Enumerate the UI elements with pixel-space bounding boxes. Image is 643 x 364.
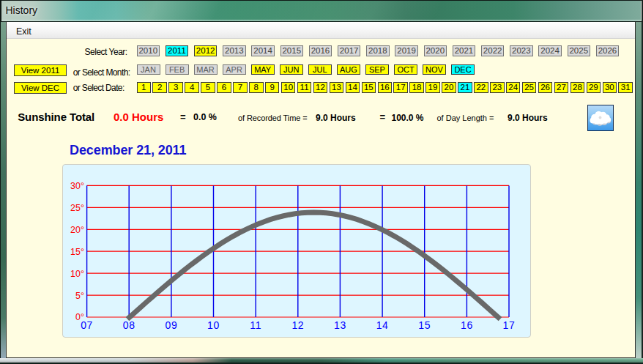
svg-text:16: 16 <box>461 319 473 331</box>
svg-text:17: 17 <box>503 319 516 331</box>
svg-text:15: 15 <box>418 319 431 331</box>
svg-text:15°: 15° <box>70 247 84 257</box>
svg-text:09: 09 <box>166 319 178 331</box>
svg-text:14: 14 <box>376 319 389 331</box>
svg-text:10°: 10° <box>70 269 84 279</box>
svg-text:07: 07 <box>81 319 93 331</box>
svg-text:20°: 20° <box>70 225 84 235</box>
svg-text:12: 12 <box>291 319 304 331</box>
svg-text:5°: 5° <box>75 291 84 301</box>
svg-text:13: 13 <box>334 319 346 331</box>
svg-text:25°: 25° <box>70 203 84 213</box>
svg-text:10: 10 <box>207 319 220 331</box>
svg-text:30°: 30° <box>70 181 84 191</box>
svg-text:11: 11 <box>250 319 261 331</box>
